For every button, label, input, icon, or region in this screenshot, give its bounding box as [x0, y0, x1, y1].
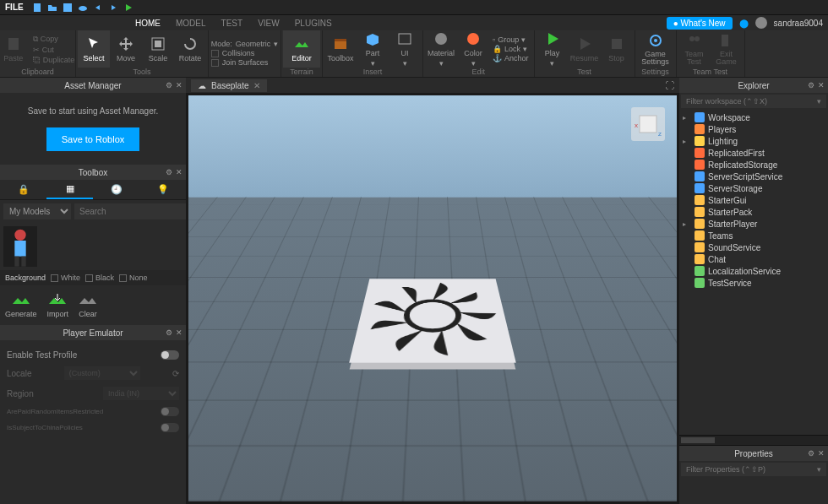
file-menu[interactable]: FILE [5, 3, 24, 12]
tree-node[interactable]: ReplicatedStorage [683, 159, 825, 171]
import-button[interactable]: Import [47, 292, 69, 318]
editor-button[interactable]: Editor [283, 30, 320, 68]
asset-manager-header[interactable]: Asset Manager⚙✕ [0, 78, 186, 93]
select-tool[interactable]: Select [78, 30, 110, 68]
tree-node[interactable]: Teams [683, 230, 825, 241]
tab-plugins[interactable]: PLUGINS [295, 19, 332, 28]
collisions-check[interactable]: Collisions [211, 49, 255, 57]
tree-node[interactable]: StarterGui [683, 194, 825, 206]
notification-icon[interactable]: ⬤ [739, 19, 749, 28]
open-icon[interactable] [47, 3, 57, 13]
save-icon[interactable] [63, 3, 73, 13]
toolbox-button[interactable]: Toolbox [324, 30, 357, 68]
close-icon[interactable]: ✕ [176, 81, 182, 89]
gear-icon[interactable]: ⚙ [808, 81, 814, 89]
game-settings-button[interactable]: Game Settings [637, 30, 674, 68]
group-button[interactable]: ▫ Group ▾ [493, 35, 529, 44]
properties-header[interactable]: Properties⚙✕ [679, 446, 828, 461]
axis-gizmo[interactable]: xz [631, 107, 665, 141]
paste-button[interactable]: Paste [0, 30, 30, 68]
toolbox-header[interactable]: Toolbox⚙✕ [0, 165, 186, 180]
toolbox-item[interactable] [3, 226, 37, 267]
scrollbar[interactable] [679, 435, 828, 445]
gear-icon[interactable]: ⚙ [166, 168, 172, 176]
tree-node[interactable]: LocalizationService [683, 265, 825, 277]
close-icon[interactable]: ✕ [818, 449, 825, 458]
cut-button[interactable]: ✂Cut [33, 46, 75, 54]
tree-node[interactable]: ▸StarterPlayer [683, 218, 825, 230]
policy1-toggle[interactable] [161, 407, 179, 416]
new-icon[interactable] [32, 3, 42, 13]
toolbox-tab-marketplace[interactable]: 🔒 [0, 180, 46, 199]
tree-node[interactable]: ReplicatedFirst [683, 147, 825, 159]
viewport-tab[interactable]: ☁Baseplate✕ [191, 79, 267, 92]
gear-icon[interactable]: ⚙ [166, 81, 172, 89]
generate-button[interactable]: Generate [5, 292, 37, 318]
undo-icon[interactable] [93, 3, 103, 13]
bg-black[interactable]: Black [85, 274, 114, 282]
tab-model[interactable]: MODEL [176, 19, 206, 28]
enable-test-toggle[interactable] [161, 350, 179, 360]
avatar-icon[interactable] [755, 17, 767, 29]
tree-node[interactable]: Players [683, 123, 825, 135]
baseplate-object[interactable]: /*noop*/ [349, 279, 516, 362]
move-tool[interactable]: Move [110, 30, 142, 68]
stop-button[interactable]: Stop [601, 30, 633, 68]
lock-button[interactable]: 🔒 Lock ▾ [493, 45, 529, 53]
tab-home[interactable]: HOME [135, 19, 161, 28]
explorer-header[interactable]: Explorer⚙✕ [679, 78, 828, 93]
scale-tool[interactable]: Scale [142, 30, 174, 68]
close-icon[interactable]: ✕ [176, 328, 182, 337]
explorer-filter[interactable]: Filter workspace (⌃⇧X)▾ [681, 95, 826, 108]
toolbox-category[interactable]: My Models [3, 203, 71, 219]
close-icon[interactable]: ✕ [176, 168, 182, 176]
region-select[interactable]: India (IN) [103, 387, 179, 400]
color-button[interactable]: Color ▾ [457, 30, 489, 68]
join-check[interactable]: Join Surfaces [211, 58, 269, 67]
tree-node[interactable]: TestService [683, 277, 825, 289]
tree-node[interactable]: StarterPack [683, 206, 825, 218]
tree-node[interactable]: Chat [683, 253, 825, 265]
gear-icon[interactable]: ⚙ [166, 328, 172, 337]
ui-button[interactable]: UI ▾ [389, 30, 421, 68]
redo-icon[interactable] [108, 3, 118, 13]
tree-node[interactable]: SoundService [683, 241, 825, 253]
material-button[interactable]: Material ▾ [425, 30, 457, 68]
cloud-icon[interactable] [78, 3, 88, 13]
close-icon[interactable]: ✕ [253, 81, 260, 90]
tab-test[interactable]: TEST [221, 19, 243, 28]
maximize-icon[interactable]: ⛶ [665, 80, 674, 90]
tree-node[interactable]: ▸Workspace [683, 111, 825, 123]
close-icon[interactable]: ✕ [818, 81, 825, 89]
gear-icon[interactable]: ⚙ [808, 449, 814, 458]
toolbox-tab-creations[interactable]: 💡 [139, 180, 186, 199]
exit-game-button[interactable]: Exit Game [711, 30, 743, 68]
rotate-tool[interactable]: Rotate [174, 30, 206, 68]
resume-button[interactable]: Resume [569, 30, 601, 68]
mode-select[interactable]: Mode: Geometric ▾ [211, 40, 279, 48]
anchor-button[interactable]: ⚓ Anchor [493, 54, 529, 62]
copy-button[interactable]: ⧉Copy [33, 35, 75, 44]
viewport[interactable]: /*noop*/ xz [188, 95, 677, 501]
properties-filter[interactable]: Filter Properties (⌃⇧P)▾ [681, 463, 826, 476]
tab-view[interactable]: VIEW [258, 19, 280, 28]
save-to-roblox-button[interactable]: Save to Roblox [46, 127, 140, 151]
toolbox-tab-recent[interactable]: 🕘 [93, 180, 139, 199]
play-icon[interactable] [123, 3, 133, 13]
bg-none[interactable]: None [119, 274, 148, 282]
tree-node[interactable]: ServerScriptService [683, 171, 825, 182]
clear-button[interactable]: Clear [79, 292, 97, 318]
toolbox-tab-inventory[interactable]: ▦ [46, 180, 93, 199]
emulator-header[interactable]: Player Emulator⚙✕ [0, 325, 186, 340]
whats-new-button[interactable]: ● What's New [667, 17, 733, 30]
duplicate-button[interactable]: ⿻Duplicate [33, 56, 75, 64]
play-button[interactable]: Play ▾ [537, 30, 569, 68]
team-test-button[interactable]: Team Test [678, 30, 711, 68]
locale-select[interactable]: (Custom) [64, 366, 140, 380]
policy2-toggle[interactable] [161, 423, 179, 432]
bg-white[interactable]: White [51, 274, 80, 282]
toolbox-search-input[interactable] [79, 207, 186, 216]
username[interactable]: sandraa9004 [774, 19, 823, 28]
part-button[interactable]: Part ▾ [357, 30, 389, 68]
tree-node[interactable]: ▸Lighting [683, 135, 825, 147]
